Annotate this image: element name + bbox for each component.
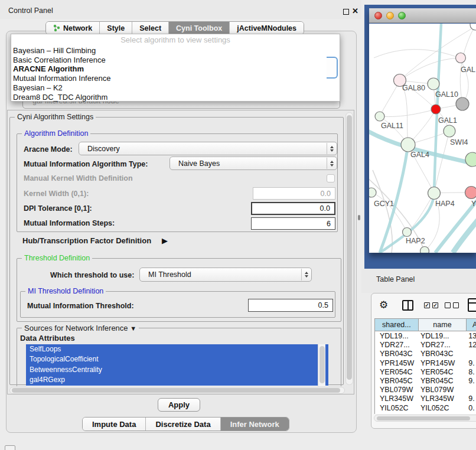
node-label-gal10: GAL10	[435, 90, 458, 99]
table-panel-title: Table Panel	[376, 275, 415, 283]
tab-select[interactable]: Select	[132, 22, 169, 34]
mac-close-icon[interactable]	[374, 12, 382, 19]
data-attributes-list[interactable]: SelfLoopsTopologicalCoefficientBetweenne…	[26, 344, 328, 386]
network-node[interactable]	[444, 125, 455, 137]
settings-vscrollbar-thumb[interactable]	[347, 115, 352, 380]
settings-horizontal-scrollbar[interactable]	[9, 387, 345, 394]
network-node[interactable]	[465, 152, 476, 167]
mac-minimize-icon[interactable]	[386, 12, 394, 19]
network-node[interactable]	[403, 228, 412, 237]
table-hscrollbar-thumb[interactable]	[377, 416, 470, 420]
table-cell: YBL079W	[375, 386, 419, 394]
attribute-item-betweennesscentrality[interactable]: BetweennessCentrality	[26, 365, 328, 375]
table-row[interactable]: YLR345WYLR345W9.	[375, 394, 476, 403]
network-node[interactable]	[375, 112, 384, 121]
float-window-icon[interactable]	[343, 9, 349, 15]
network-node[interactable]	[465, 187, 476, 199]
table-mode-icon[interactable]	[468, 298, 476, 312]
table-cell: YDR27...	[375, 341, 419, 350]
network-node[interactable]	[369, 188, 376, 197]
mi-threshold-field[interactable]: 0.5	[248, 299, 333, 312]
column-header-name[interactable]: name	[419, 319, 467, 331]
table-cell: YLR345W	[419, 394, 467, 403]
algorithm-option-dream8-dc-tdc-algorithm[interactable]: Dream8 DC_TDC Algorithm	[11, 93, 340, 102]
table-panel: ⚙ ✓ ✓ shared...nameA YDL19...YDL19...13Y…	[371, 293, 476, 429]
table-row[interactable]: YBR045CYBR045C9.	[375, 377, 476, 386]
table-row[interactable]: YPR145WYPR145W9.	[375, 359, 476, 368]
network-node[interactable]	[431, 105, 441, 114]
kernel-width-label: Kernel Width (0,1):	[24, 190, 89, 198]
network-node[interactable]	[401, 138, 415, 152]
screen: Control Panel ✕ NetworkStyleSelectCyni T…	[0, 0, 476, 450]
algorithm-option-aracne-algorithm[interactable]: ARACNE Algorithm	[11, 64, 340, 74]
tab-network[interactable]: Network	[46, 22, 100, 34]
network-graph: GALGAL80GAL10GAL11GAL1GAL4SWI4GCY1HAP4YH…	[369, 24, 476, 253]
node-label-gal80: GAL80	[402, 84, 425, 92]
network-node[interactable]	[428, 78, 439, 90]
mac-zoom-icon[interactable]	[398, 12, 406, 19]
attributes-scrollbar-thumb[interactable]	[319, 346, 325, 383]
apply-button[interactable]: Apply	[158, 398, 200, 412]
mi-algorithm-type-combo[interactable]: Naive Bayes	[169, 156, 337, 170]
network-canvas[interactable]: GALGAL80GAL10GAL11GAL1GAL4SWI4GCY1HAP4YH…	[369, 24, 476, 253]
dpi-tolerance-field[interactable]: 0.0	[251, 202, 335, 215]
dpi-tolerance-label: DPI Tolerance [0,1]:	[24, 204, 92, 213]
column-header-a[interactable]: A	[467, 319, 476, 331]
tab-jactivemnodules[interactable]: jActiveMNodules	[230, 22, 304, 34]
algorithm-option-bayesian-hill-climbing[interactable]: Bayesian – Hill Climbing	[11, 46, 340, 56]
table-row[interactable]: YIL052CYIL052C0.	[375, 404, 476, 413]
network-node[interactable]	[420, 247, 429, 253]
network-window-titlebar[interactable]	[369, 8, 476, 23]
network-node[interactable]	[456, 53, 466, 63]
tab-impute-data[interactable]: Impute Data	[83, 418, 146, 431]
attributes-scrollbar[interactable]	[318, 344, 325, 386]
node-label-y: Y	[471, 200, 476, 208]
settings-hscrollbar-thumb[interactable]	[12, 388, 340, 393]
splitter-grip[interactable]	[358, 215, 360, 220]
gear-icon[interactable]: ⚙	[379, 299, 388, 311]
attribute-item-topologicalcoefficient[interactable]: TopologicalCoefficient	[26, 354, 328, 364]
column-browser-icon[interactable]	[402, 300, 413, 311]
table-cell: YBR043C	[419, 350, 467, 358]
table-header-row: shared...nameA	[375, 319, 476, 331]
mi-steps-field[interactable]: 6	[251, 217, 335, 230]
mi-algorithm-type-label: Mutual Information Algorithm Type:	[24, 160, 148, 168]
table-horizontal-scrollbar[interactable]	[374, 415, 476, 422]
network-node[interactable]	[456, 97, 469, 110]
network-node[interactable]	[428, 187, 441, 200]
control-panel-tabs: NetworkStyleSelectCyni ToolboxjActiveMNo…	[45, 21, 304, 35]
manual-kernel-checkbox[interactable]	[327, 174, 335, 182]
algorithm-option-mutual-information-inference[interactable]: Mutual Information Inference	[11, 74, 340, 83]
algorithm-option-basic-correlation-inference[interactable]: Basic Correlation Inference	[11, 56, 340, 65]
sources-title-wrap: Sources for Network Inference ▼	[22, 324, 139, 332]
aracne-mode-combo[interactable]: Discovery	[79, 142, 337, 155]
table-cell: YBR045C	[375, 377, 419, 386]
deselect-all-icon-2[interactable]	[453, 302, 459, 308]
threshold-definition-title: Threshold Definition	[22, 254, 92, 262]
select-all-icon[interactable]: ✓	[424, 302, 430, 308]
hub-expand-arrow-icon[interactable]: ▶	[162, 236, 168, 245]
settings-vertical-scrollbar[interactable]	[345, 112, 353, 385]
column-header-shared[interactable]: shared...	[375, 319, 419, 331]
attribute-item-gal4rgexp[interactable]: gal4RGexp	[26, 375, 328, 385]
table-row[interactable]: YDR27...YDR27...12	[375, 341, 476, 350]
tab-cyni-toolbox[interactable]: Cyni Toolbox	[169, 22, 230, 34]
tab-infer-network[interactable]: Infer Network	[221, 418, 289, 431]
table-cell: YDL19...	[419, 332, 467, 341]
table-row[interactable]: YDL19...YDL19...13	[375, 332, 476, 341]
window-corner-icon[interactable]	[5, 445, 15, 450]
tab-discretize-data[interactable]: Discretize Data	[146, 418, 220, 431]
which-threshold-combo[interactable]: MI Threshold	[139, 268, 312, 282]
tab-style[interactable]: Style	[100, 22, 132, 34]
table-row[interactable]: YER054CYER054C8.	[375, 368, 476, 377]
deselect-all-icon[interactable]	[445, 302, 451, 308]
kernel-width-value: 0.0	[321, 190, 331, 198]
close-icon[interactable]: ✕	[352, 6, 358, 15]
table-cell: YBR045C	[419, 377, 467, 386]
algorithm-option-bayesian-k2[interactable]: Bayesian – K2	[11, 83, 340, 93]
table-row[interactable]: YBR043CYBR043C	[375, 350, 476, 358]
table-row[interactable]: YBL079WYBL079W	[375, 386, 476, 394]
attribute-item-selfloops[interactable]: SelfLoops	[26, 344, 328, 354]
sources-collapse-arrow-icon[interactable]: ▼	[130, 325, 136, 332]
select-all-icon-2[interactable]: ✓	[432, 302, 438, 308]
